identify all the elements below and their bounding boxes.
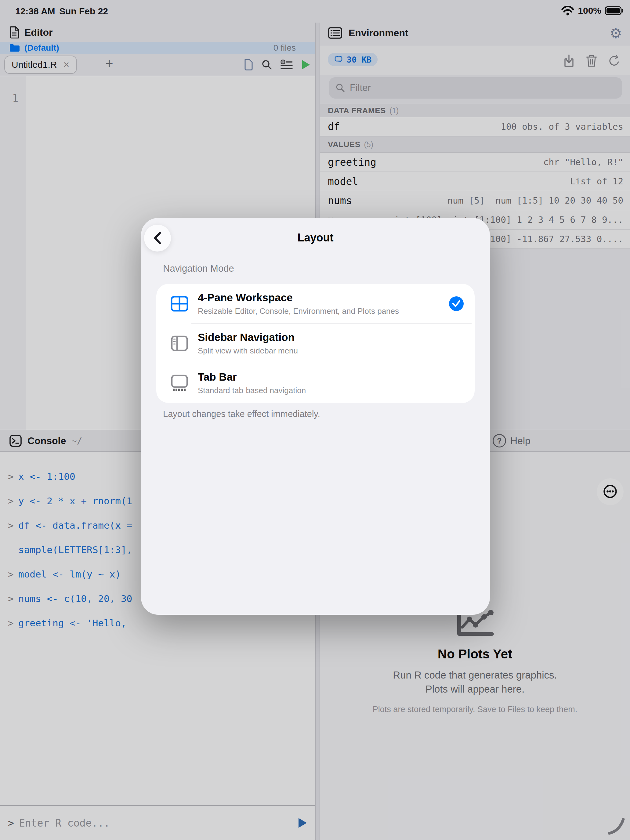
- option-sidebar-navigation[interactable]: Sidebar Navigation Split view with sideb…: [156, 324, 475, 363]
- tab-bar-icon: [170, 374, 189, 392]
- option-subtitle: Standard tab-based navigation: [198, 386, 306, 395]
- option-title: Sidebar Navigation: [198, 331, 298, 343]
- option-subtitle: Resizable Editor, Console, Environment, …: [198, 306, 399, 316]
- option-title: 4-Pane Workspace: [198, 292, 399, 304]
- sidebar-icon: [170, 335, 189, 351]
- selected-checkmark-icon: [449, 296, 464, 311]
- app-screen: 12:38 AM Sun Feb 22 100% Editor (Default…: [0, 0, 630, 840]
- option-subtitle: Split view with sidebar menu: [198, 346, 298, 355]
- option-tab-bar[interactable]: Tab Bar Standard tab-based navigation: [156, 363, 475, 403]
- layout-settings-modal: Layout Navigation Mode 4-Pane Workspace …: [141, 218, 490, 615]
- option-4-pane-workspace[interactable]: 4-Pane Workspace Resizable Editor, Conso…: [156, 284, 475, 324]
- modal-footer-note: Layout changes take effect immediately.: [163, 409, 320, 419]
- grid-2x2-icon: [170, 296, 189, 312]
- modal-title: Layout: [141, 231, 490, 244]
- navigation-mode-options: 4-Pane Workspace Resizable Editor, Conso…: [156, 284, 475, 403]
- option-title: Tab Bar: [198, 371, 306, 383]
- navigation-mode-label: Navigation Mode: [163, 263, 234, 274]
